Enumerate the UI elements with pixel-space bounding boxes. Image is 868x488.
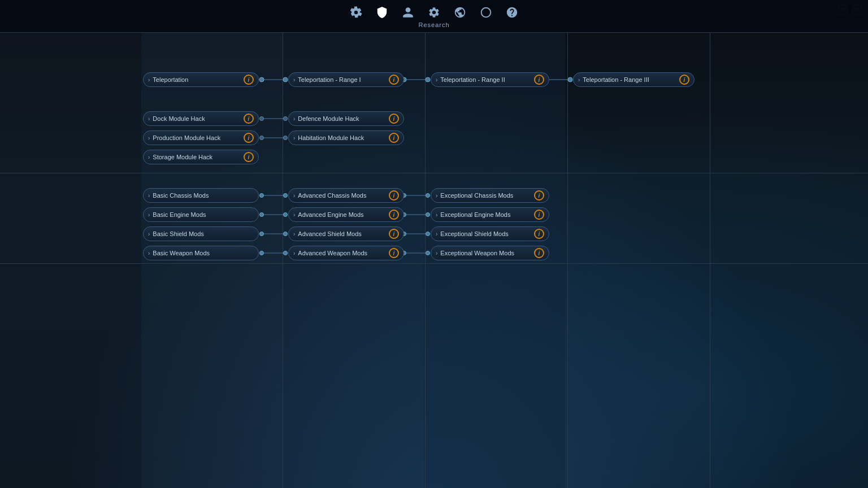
node-exceptional-weapon-mods[interactable]: › Exceptional Weapon Mods i <box>431 246 549 260</box>
settings-icon[interactable] <box>348 5 364 20</box>
info-button[interactable]: i <box>679 75 689 85</box>
node-label: Exceptional Engine Mods <box>440 211 530 218</box>
node-label: Habitation Module Hack <box>298 134 384 141</box>
node-basic-chassis-mods[interactable]: › Basic Chassis Mods <box>143 188 259 203</box>
node-teleportation[interactable]: › Teleportation i <box>143 72 259 87</box>
chevron-icon: › <box>148 231 150 237</box>
chevron-icon: › <box>578 77 580 83</box>
info-button[interactable]: i <box>389 114 399 124</box>
chevron-icon: › <box>148 250 150 256</box>
chevron-icon: › <box>436 231 437 237</box>
chevron-icon: › <box>293 193 295 199</box>
info-button[interactable]: i <box>244 152 254 162</box>
node-habitation-module-hack[interactable]: › Habitation Module Hack i <box>288 130 404 145</box>
chevron-icon: › <box>148 77 150 83</box>
node-label: Teleportation - Range I <box>298 76 384 83</box>
node-teleportation-range-ii[interactable]: › Teleportation - Range II i <box>431 72 549 87</box>
node-label: Advanced Engine Mods <box>298 211 384 218</box>
chevron-icon: › <box>436 212 437 218</box>
info-button[interactable]: i <box>389 210 399 220</box>
node-advanced-weapon-mods[interactable]: › Advanced Weapon Mods i <box>288 246 404 260</box>
node-label: Advanced Chassis Mods <box>298 192 384 199</box>
info-button[interactable]: i <box>534 210 544 220</box>
info-button[interactable]: i <box>534 248 544 258</box>
person-icon[interactable] <box>400 5 416 20</box>
chevron-icon: › <box>293 231 295 237</box>
node-exceptional-chassis-mods[interactable]: › Exceptional Chassis Mods i <box>431 188 549 203</box>
chevron-icon: › <box>293 116 295 122</box>
chevron-icon: › <box>436 77 437 83</box>
info-button[interactable]: i <box>534 229 544 239</box>
col3-bg <box>283 33 424 488</box>
node-production-module-hack[interactable]: › Production Module Hack i <box>143 130 259 145</box>
node-label: Advanced Shield Mods <box>298 230 384 237</box>
node-advanced-shield-mods[interactable]: › Advanced Shield Mods i <box>288 226 404 241</box>
info-button[interactable]: i <box>389 248 399 258</box>
chevron-icon: › <box>148 193 150 199</box>
node-basic-engine-mods[interactable]: › Basic Engine Mods <box>143 207 259 222</box>
col1-bg <box>0 33 141 488</box>
node-basic-weapon-mods[interactable]: › Basic Weapon Mods <box>143 246 259 260</box>
node-basic-shield-mods[interactable]: › Basic Shield Mods <box>143 226 259 241</box>
node-label: Teleportation <box>153 76 239 83</box>
fleet-icon[interactable] <box>478 5 494 20</box>
info-button[interactable]: i <box>389 190 399 201</box>
chevron-icon: › <box>293 77 295 83</box>
hdiv1 <box>0 173 868 173</box>
chevron-icon: › <box>148 154 150 160</box>
hdiv2 <box>0 263 868 264</box>
node-exceptional-engine-mods[interactable]: › Exceptional Engine Mods i <box>431 207 549 222</box>
node-label: Advanced Weapon Mods <box>298 250 384 256</box>
info-button[interactable]: i <box>244 114 254 124</box>
svg-point-8 <box>568 77 572 82</box>
info-button[interactable]: i <box>244 133 254 143</box>
vsep1 <box>283 33 283 488</box>
management-icon[interactable] <box>426 5 442 20</box>
node-defence-module-hack[interactable]: › Defence Module Hack i <box>288 111 404 126</box>
chevron-icon: › <box>148 116 150 122</box>
node-label: Basic Weapon Mods <box>153 250 254 256</box>
info-button[interactable]: i <box>389 133 399 143</box>
node-label: Exceptional Shield Mods <box>440 230 530 237</box>
node-label: Basic Engine Mods <box>153 211 254 218</box>
chevron-icon: › <box>436 193 437 199</box>
chevron-icon: › <box>293 135 295 141</box>
node-label: Exceptional Chassis Mods <box>440 192 530 199</box>
main-content: › Teleportation i › Dock Module Hack i ›… <box>0 33 868 488</box>
chevron-icon: › <box>293 212 295 218</box>
node-teleportation-range-i[interactable]: › Teleportation - Range I i <box>288 72 404 87</box>
chevron-icon: › <box>148 135 150 141</box>
map-icon[interactable] <box>452 5 468 20</box>
chevron-icon: › <box>436 250 437 256</box>
help-icon[interactable] <box>504 5 520 20</box>
top-bar: Research <box>0 0 868 33</box>
chevron-icon: › <box>148 212 150 218</box>
info-button[interactable]: i <box>389 229 399 239</box>
nav-icons <box>348 5 520 20</box>
node-label: Dock Module Hack <box>153 115 239 122</box>
node-dock-module-hack[interactable]: › Dock Module Hack i <box>143 111 259 126</box>
node-label: Storage Module Hack <box>153 154 239 160</box>
node-label: Exceptional Weapon Mods <box>440 250 530 256</box>
research-label: Research <box>418 21 449 28</box>
node-label: Teleportation - Range II <box>440 76 530 83</box>
node-advanced-engine-mods[interactable]: › Advanced Engine Mods i <box>288 207 404 222</box>
node-label: Production Module Hack <box>153 134 239 141</box>
node-storage-module-hack[interactable]: › Storage Module Hack i <box>143 150 259 164</box>
research-icon[interactable] <box>374 5 390 20</box>
vsep2 <box>425 33 426 488</box>
col4-bg <box>424 33 565 488</box>
node-advanced-chassis-mods[interactable]: › Advanced Chassis Mods i <box>288 188 404 203</box>
info-button[interactable]: i <box>244 75 254 85</box>
node-exceptional-shield-mods[interactable]: › Exceptional Shield Mods i <box>431 226 549 241</box>
vsep4 <box>710 33 710 488</box>
col2-bg <box>141 33 283 488</box>
node-teleportation-range-iii[interactable]: › Teleportation - Range III i <box>573 72 695 87</box>
vsep3 <box>567 33 568 488</box>
node-label: Basic Shield Mods <box>153 230 254 237</box>
info-button[interactable]: i <box>389 75 399 85</box>
node-label: Defence Module Hack <box>298 115 384 122</box>
node-label: Teleportation - Range III <box>583 76 675 83</box>
info-button[interactable]: i <box>534 75 544 85</box>
info-button[interactable]: i <box>534 190 544 201</box>
